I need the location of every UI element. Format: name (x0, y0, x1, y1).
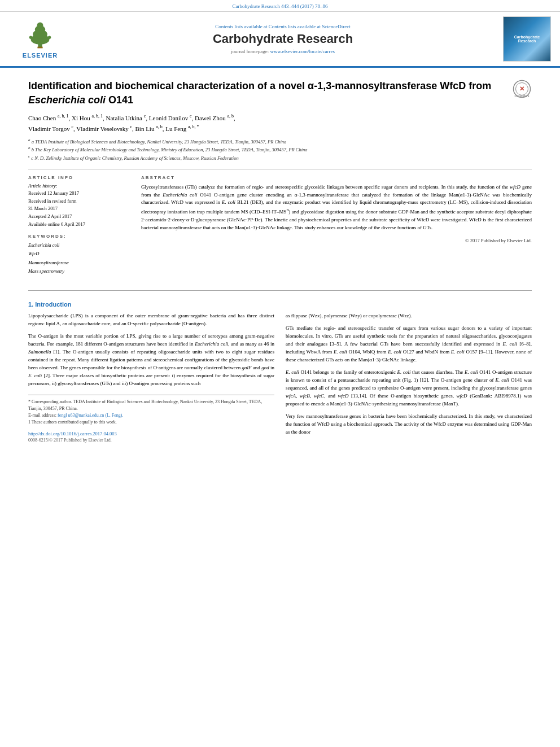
homepage-link[interactable]: www.elsevier.com/locate/carres (270, 49, 335, 54)
sciencedirect-label: Contents lists available at Contents lis… (71, 24, 495, 29)
elsevier-tree-icon (18, 20, 63, 51)
issn-text: 0008-6215/© 2017 Published by Elsevier L… (28, 438, 112, 443)
intro-para1: Lipopolysaccharide (LPS) is a component … (28, 312, 274, 328)
sciencedirect-link-text[interactable]: Contents lists available at ScienceDirec… (269, 24, 351, 29)
footnote-equal: 1 These authors contributed equally to t… (28, 419, 274, 426)
footnote-corresponding: * Corresponding author. TEDA Institute o… (28, 399, 274, 412)
divider2 (28, 290, 532, 291)
svg-rect-7 (37, 46, 42, 48)
keywords-list: Escherichia coli WfcD Mannosyltransferas… (28, 241, 130, 276)
article-title: Identification and biochemical character… (28, 79, 512, 107)
article-info-panel: ARTICLE INFO Article history: Received 1… (28, 175, 130, 282)
divider (28, 169, 532, 169)
elsevier-text: ELSEVIER (23, 52, 58, 59)
body-col-left: Lipopolysaccharide (LPS) is a component … (28, 312, 274, 442)
right-para4: Very few mannosyltransferase genes in ba… (286, 413, 532, 436)
authors: Chao Chen a, b, 1, Xi Hou a, b, 1, Natal… (28, 113, 532, 134)
doi-link[interactable]: http://dx.doi.org/10.1016/j.carres.2017.… (28, 431, 117, 436)
svg-text:CrossMark: CrossMark (515, 94, 530, 98)
right-para1: as flippase (Wzx), polymerase (Wzy) or c… (286, 312, 532, 320)
abstract-header: ABSTRACT (141, 175, 532, 180)
intro-para2: The O-antigen is the most variable porti… (28, 333, 274, 388)
main-content: 1. Introduction Lipopolysaccharide (LPS)… (28, 301, 532, 442)
right-para2: GTs mediate the regio- and stereospecifi… (286, 325, 532, 364)
article-title-area: Identification and biochemical character… (28, 79, 532, 107)
journal-title: Carbohydrate Research (71, 32, 495, 46)
abstract-text: Glycosyltransferases (GTs) catalyze the … (141, 184, 532, 233)
article-history: ARTICLE INFO Article history: Received 1… (28, 175, 130, 229)
journal-cover-image: CarbohydrateResearch (503, 16, 551, 62)
journal-info-center: Contents lists available at Contents lis… (71, 24, 495, 54)
footnote-email: E-mail address: fengl u63@nankai.edu.cn … (28, 412, 274, 419)
doi-area: http://dx.doi.org/10.1016/j.carres.2017.… (28, 430, 274, 443)
journal-citation: Carbohydrate Research 443–444 (2017) 78–… (0, 0, 560, 12)
journal-cover-area: CarbohydrateResearch (495, 16, 551, 62)
article-history-content: Article history: Received 12 January 201… (28, 182, 130, 229)
journal-homepage: journal homepage: www.elsevier.com/locat… (71, 49, 495, 54)
right-para3: E. coli O141 belongs to the family of en… (286, 369, 532, 408)
abstract-panel: ABSTRACT Glycosyltransferases (GTs) cata… (141, 175, 532, 282)
section-title-introduction: 1. Introduction (28, 301, 532, 308)
svg-point-4 (37, 22, 43, 28)
affiliations: a a TEDA Institute of Biological Science… (28, 137, 532, 162)
keywords-header: Keywords: (28, 234, 130, 239)
svg-point-5 (29, 36, 33, 39)
footnote-area: * Corresponding author. TEDA Institute o… (28, 395, 274, 426)
body-two-column: Lipopolysaccharide (LPS) is a component … (28, 312, 532, 442)
crossmark-icon: ✕ CrossMark (512, 79, 532, 99)
info-abstract-area: ARTICLE INFO Article history: Received 1… (28, 175, 532, 282)
svg-point-6 (48, 36, 51, 39)
elsevier-logo: ELSEVIER (18, 20, 63, 59)
body-col-right: as flippase (Wzx), polymerase (Wzy) or c… (286, 312, 532, 442)
publisher-logo-area: ELSEVIER (9, 20, 71, 59)
article-container: Identification and biochemical character… (0, 68, 560, 454)
journal-header: ELSEVIER Contents lists available at Con… (0, 12, 560, 68)
article-info-header: ARTICLE INFO (28, 175, 130, 180)
svg-text:✕: ✕ (519, 85, 524, 92)
email-link[interactable]: fengl u63@nankai.edu.cn (L. Feng). (58, 413, 123, 418)
copyright: © 2017 Published by Elsevier Ltd. (141, 238, 532, 243)
keywords-section: Keywords: Escherichia coli WfcD Mannosyl… (28, 234, 130, 276)
